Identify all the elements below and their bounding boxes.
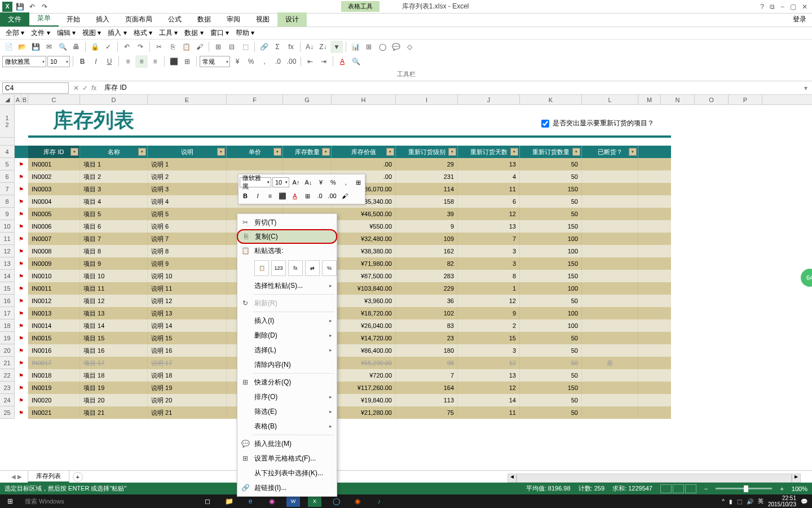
table-row[interactable]: IN0011 项目 11 说明 11 ¥103,840.00 229 1 100 [28, 282, 671, 295]
cell-name[interactable]: 项目 19 [80, 382, 148, 394]
cell-name[interactable]: 项目 15 [80, 332, 148, 344]
cell-out[interactable] [582, 170, 638, 183]
flag-cell[interactable]: ⚑ [15, 158, 28, 170]
cell-lvl[interactable]: 83 [396, 319, 458, 332]
table-row[interactable]: IN0006 项目 6 说明 6 ¥550.00 9 13 150 [28, 220, 671, 233]
cell-desc[interactable]: 说明 3 [148, 183, 227, 195]
cell-id[interactable]: IN0021 [28, 406, 80, 419]
tab-data[interactable]: 数据 [189, 12, 219, 27]
cell-id[interactable]: IN0019 [28, 382, 80, 394]
enter-icon[interactable]: ✓ [82, 84, 88, 92]
cell-days[interactable]: 11 [458, 183, 520, 195]
flag-cell[interactable]: ⚑ [15, 282, 28, 295]
align-center-icon[interactable]: ≡ [135, 55, 148, 68]
ctx-paste-special[interactable]: 选择性粘贴(S)...▸ [237, 278, 337, 293]
sec-file[interactable]: 文件 ▾ [29, 27, 52, 39]
sec-edit[interactable]: 编辑 ▾ [55, 27, 78, 39]
tab-file[interactable]: 文件 [0, 12, 29, 27]
cell-value[interactable]: ¥103,840.00 [332, 282, 396, 295]
cell-id[interactable]: IN0009 [28, 257, 80, 270]
ime-indicator[interactable]: 英 [758, 497, 764, 505]
col-header[interactable]: N [661, 95, 695, 104]
sec-tools[interactable]: 工具 ▾ [157, 27, 180, 39]
cell-lvl[interactable]: 283 [396, 270, 458, 282]
cell-lvl[interactable]: 29 [396, 158, 458, 170]
sec-help[interactable]: 帮助 ▾ [233, 27, 257, 39]
col-header[interactable]: C [28, 95, 80, 104]
th-desc[interactable]: 说明▾ [148, 146, 227, 158]
col-header[interactable]: E [148, 95, 227, 104]
row-header[interactable]: 20 [0, 344, 15, 357]
open-icon[interactable]: 📂 [16, 41, 28, 53]
shapes-icon[interactable]: ◇ [403, 41, 416, 53]
ctx-cut[interactable]: ✂剪切(T) [237, 215, 337, 230]
cell-desc[interactable]: 说明 4 [148, 195, 227, 208]
flag-cell[interactable]: ⚑ [15, 183, 28, 195]
cell-value[interactable]: ¥720.00 [332, 369, 396, 382]
cell-reqty[interactable]: 50 [520, 406, 582, 419]
print-preview-icon[interactable]: 🔍 [56, 41, 69, 53]
cell-name[interactable]: 项目 6 [80, 220, 148, 233]
page-layout-icon[interactable] [673, 484, 684, 493]
flag-cell[interactable]: ⚑ [15, 170, 28, 183]
tab-home[interactable]: 开始 [59, 12, 88, 27]
cell-name[interactable]: 项目 2 [80, 170, 148, 183]
function-icon[interactable]: fx [285, 41, 297, 53]
ctx-clear[interactable]: 清除内容(N) [237, 357, 337, 372]
bold-icon[interactable]: B [76, 55, 89, 68]
paste-all-icon[interactable]: 📋 [254, 260, 269, 276]
row-header[interactable]: 9 [0, 208, 15, 220]
size-combo[interactable]: 10 [47, 56, 70, 67]
mini-font[interactable]: 微软雅黑 [240, 177, 271, 187]
cell-reqty[interactable]: 50 [520, 295, 582, 307]
cell-value[interactable]: .00 [332, 158, 396, 170]
title-cell[interactable]: 库存列表 是否突出显示要重新订货的项目？ [28, 105, 671, 138]
mail-icon[interactable]: ✉ [43, 41, 55, 53]
row-header[interactable]: 10 [0, 220, 15, 233]
cell-reqty[interactable]: 150 [520, 220, 582, 233]
cell-name[interactable]: 项目 4 [80, 195, 148, 208]
cell-out[interactable] [582, 319, 638, 332]
cell-lvl[interactable]: 75 [396, 406, 458, 419]
cell-id[interactable]: IN0006 [28, 220, 80, 233]
col-header[interactable]: K [520, 95, 582, 104]
cell-days[interactable]: 12 [458, 357, 520, 369]
cell-out[interactable] [582, 183, 638, 195]
row-header[interactable]: 18 [0, 319, 15, 332]
th-id[interactable]: 库存 ID▾ [28, 146, 80, 158]
tab-review[interactable]: 审阅 [219, 12, 248, 27]
autosum-icon[interactable]: Σ [271, 41, 284, 53]
cell-desc[interactable]: 说明 21 [148, 406, 227, 419]
cell-desc[interactable]: 说明 19 [148, 382, 227, 394]
merge-icon[interactable]: ⊞ [352, 177, 364, 188]
fill-color-icon[interactable]: ⬛ [167, 55, 180, 68]
tab-insert[interactable]: 插入 [88, 12, 117, 27]
cell-lvl[interactable]: 231 [396, 170, 458, 183]
cell-value[interactable]: ¥19,840.00 [332, 394, 396, 406]
name-box[interactable]: C4 [2, 82, 69, 94]
row-header[interactable]: 12 [0, 245, 15, 257]
edge-icon[interactable]: e [244, 496, 257, 507]
decrease-decimal-icon[interactable]: .00 [285, 55, 298, 68]
drawing-icon[interactable]: ◯ [376, 41, 389, 53]
page-break-icon[interactable] [685, 484, 696, 493]
col-header[interactable]: D [80, 95, 148, 104]
cut-icon[interactable]: ✂ [153, 41, 165, 53]
cell-desc[interactable]: 说明 2 [148, 170, 227, 183]
filter-icon[interactable]: ▼ [330, 41, 343, 53]
ctx-hyperlink[interactable]: 🔗超链接(I)... [237, 480, 337, 495]
percent-icon[interactable]: % [245, 55, 257, 68]
cell-reqty[interactable]: 50 [520, 344, 582, 357]
row-header[interactable]: 22 [0, 369, 15, 382]
percent-icon[interactable]: % [328, 177, 339, 188]
app-icon[interactable]: ◉ [265, 496, 279, 507]
cell-id[interactable]: IN0007 [28, 233, 80, 245]
cell-out[interactable] [582, 220, 638, 233]
row-header[interactable]: 13 [0, 257, 15, 270]
formula-input[interactable]: 库存 ID [101, 83, 800, 93]
cancel-icon[interactable]: ✕ [73, 84, 79, 92]
row-header[interactable]: 4 [0, 146, 15, 158]
ctx-table[interactable]: 表格(B)▸ [237, 419, 337, 433]
save-icon[interactable]: 💾 [29, 41, 42, 53]
row-header[interactable]: 25 [0, 406, 15, 419]
